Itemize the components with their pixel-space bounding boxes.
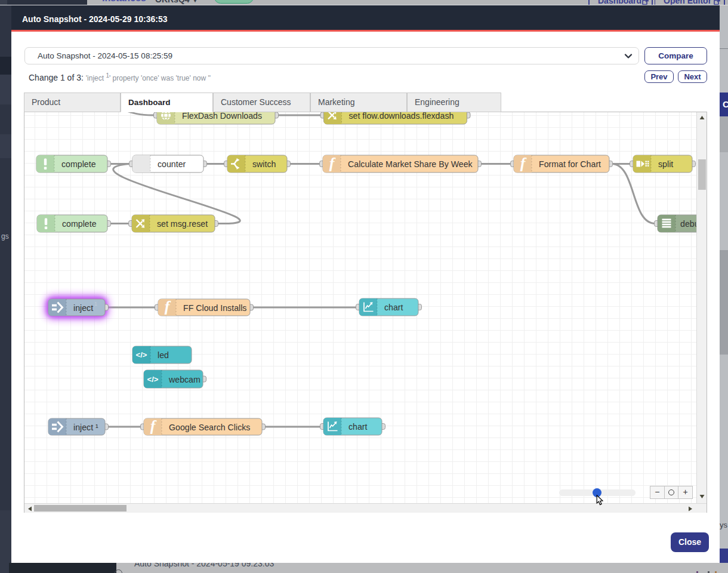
svg-text:Format for Chart: Format for Chart: [539, 159, 601, 169]
svg-text:set msg.reset: set msg.reset: [157, 219, 208, 229]
svg-text:FlexDash Downloads: FlexDash Downloads: [182, 112, 262, 121]
svg-text:FF Cloud Installs: FF Cloud Installs: [183, 303, 246, 313]
svg-text:split: split: [658, 159, 673, 169]
svg-text:counter: counter: [158, 159, 186, 169]
svg-text:inject ¹: inject ¹: [73, 423, 98, 432]
svg-text:</>: </>: [147, 375, 159, 384]
svg-text:Calculate Market Share By Week: Calculate Market Share By Week: [348, 159, 473, 169]
svg-text:set flow.downloads.flexdash: set flow.downloads.flexdash: [349, 112, 454, 121]
svg-text:led: led: [158, 350, 169, 360]
svg-text:Google Search Clicks: Google Search Clicks: [169, 423, 250, 432]
svg-text:complete: complete: [62, 219, 97, 229]
svg-text:1: 1: [94, 301, 97, 307]
svg-text:chart: chart: [348, 422, 368, 432]
svg-text:debug: debug: [680, 219, 696, 229]
svg-text:complete: complete: [61, 159, 96, 169]
svg-text:webcam: webcam: [168, 375, 200, 384]
svg-text:switch: switch: [252, 159, 276, 169]
svg-text:chart: chart: [384, 303, 403, 312]
svg-text:</>: </>: [136, 350, 147, 359]
svg-text:inject: inject: [73, 303, 93, 313]
